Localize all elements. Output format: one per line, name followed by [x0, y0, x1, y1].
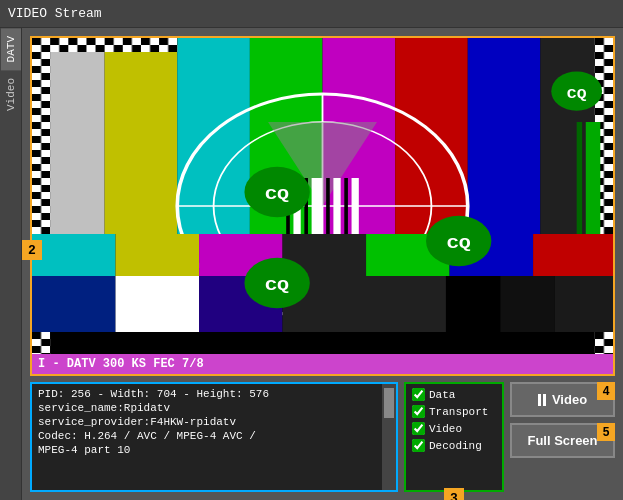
svg-rect-37 [116, 234, 200, 276]
checkbox-transport-label: Transport [429, 406, 488, 418]
pause-bar-2 [543, 394, 546, 406]
checkbox-data-input[interactable] [412, 388, 425, 401]
svg-rect-30 [116, 276, 200, 332]
checkbox-data: Data [412, 388, 496, 401]
app-window: VIDEO Stream DATV Video 1 [0, 0, 623, 500]
checkbox-transport-input[interactable] [412, 405, 425, 418]
checkbox-video-input[interactable] [412, 422, 425, 435]
badge-4: 4 [597, 382, 615, 400]
left-tabs: DATV Video [0, 28, 22, 500]
svg-rect-36 [32, 234, 116, 276]
right-buttons: Video 4 Full Screen 5 [510, 382, 615, 492]
svg-rect-7 [468, 38, 541, 234]
svg-rect-26 [333, 178, 340, 234]
pause-icon [538, 394, 546, 406]
checkbox-data-label: Data [429, 389, 455, 401]
video-button[interactable]: Video 4 [510, 382, 615, 417]
bottom-panels: PID: 256 - Width: 704 - Height: 576 serv… [30, 382, 615, 492]
svg-text:CQ: CQ [567, 88, 587, 102]
info-panel: PID: 256 - Width: 704 - Height: 576 serv… [30, 382, 398, 492]
video-panel: 1 [30, 36, 615, 376]
badge-2: 2 [22, 240, 42, 260]
svg-rect-24 [312, 178, 323, 234]
svg-rect-28 [352, 178, 359, 234]
fullscreen-button[interactable]: Full Screen 5 [510, 423, 615, 458]
checkbox-transport: Transport [412, 405, 496, 418]
svg-rect-25 [326, 178, 330, 234]
main-content: DATV Video 1 [0, 28, 623, 500]
checkbox-decoding: Decoding [412, 439, 496, 452]
svg-rect-51 [586, 122, 601, 234]
info-line-3: service_provider:F4HKW-rpidatv [38, 416, 390, 428]
window-title: VIDEO Stream [8, 6, 102, 21]
svg-rect-52 [577, 122, 582, 234]
svg-rect-34 [500, 276, 554, 332]
svg-rect-2 [105, 38, 178, 234]
video-button-label: Video [552, 392, 587, 407]
pause-bar-1 [538, 394, 541, 406]
content-area: 1 [22, 28, 623, 500]
info-line-2: service_name:Rpidatv [38, 402, 390, 414]
badge-3: 3 [444, 488, 464, 500]
scrollbar-thumb[interactable] [384, 388, 394, 418]
svg-rect-33 [446, 276, 500, 332]
svg-rect-12 [32, 38, 177, 52]
checkbox-decoding-input[interactable] [412, 439, 425, 452]
svg-rect-27 [344, 178, 348, 234]
svg-text:CQ: CQ [265, 277, 289, 294]
svg-text:CQ: CQ [265, 186, 289, 203]
info-line-4: Codec: H.264 / AVC / MPEG-4 AVC / [38, 430, 390, 442]
test-card-image: CQ CQ CQ CQ [32, 38, 613, 374]
info-line-1: PID: 256 - Width: 704 - Height: 576 [38, 388, 390, 400]
svg-rect-35 [555, 276, 613, 332]
scrollbar[interactable] [382, 384, 396, 490]
badge-5: 5 [597, 423, 615, 441]
svg-text:CQ: CQ [447, 235, 471, 252]
checkbox-panel: Data Transport Video Decoding 3 [404, 382, 504, 492]
checkbox-video-label: Video [429, 423, 462, 435]
checkbox-video: Video [412, 422, 496, 435]
checkbox-decoding-label: Decoding [429, 440, 482, 452]
video-status-bar: I - DATV 300 KS FEC 7/8 [32, 354, 613, 374]
title-bar: VIDEO Stream [0, 0, 623, 28]
video-wrapper: CQ CQ CQ CQ I - DATV 300 KS FEC 7/8 [32, 38, 613, 374]
tab-datv[interactable]: DATV [1, 28, 21, 70]
svg-rect-42 [533, 234, 613, 276]
fullscreen-button-label: Full Screen [527, 433, 597, 448]
svg-rect-29 [32, 276, 116, 332]
info-line-5: MPEG-4 part 10 [38, 444, 390, 456]
tab-video[interactable]: Video [1, 70, 21, 119]
